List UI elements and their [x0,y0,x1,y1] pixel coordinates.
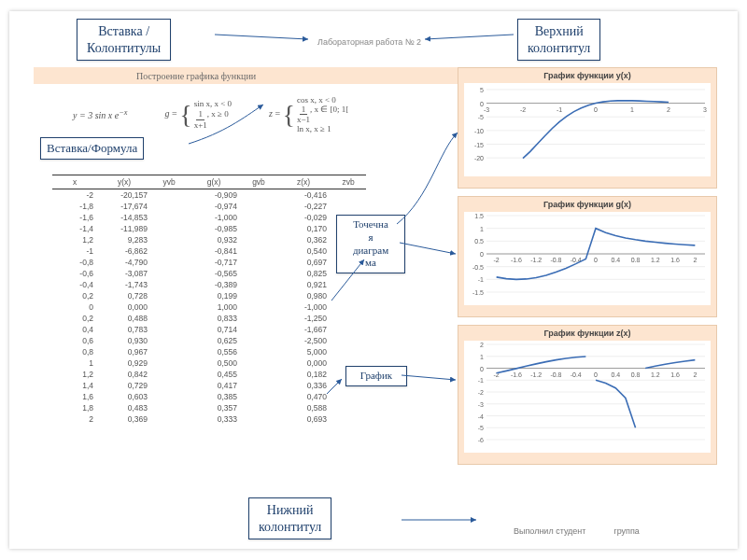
svg-text:-2: -2 [520,106,526,113]
svg-text:2: 2 [667,106,670,113]
svg-text:1.2: 1.2 [651,371,660,378]
svg-text:-1.2: -1.2 [530,257,542,263]
svg-text:0.4: 0.4 [611,257,620,263]
svg-text:-2: -2 [478,389,484,396]
svg-text:-1.2: -1.2 [530,371,542,378]
callout-scatter-text: Точечнаядиаграмма [353,218,388,268]
svg-text:0: 0 [480,251,484,258]
svg-text:0.8: 0.8 [631,371,641,378]
svg-text:-0.5: -0.5 [472,264,484,271]
svg-text:-4: -4 [478,413,484,420]
callout-chart: График [345,366,407,386]
svg-text:-0.8: -0.8 [550,257,561,263]
svg-text:0.4: 0.4 [611,371,620,378]
chart-g: -1.5-1-0.500.511.5-2-1.6-1.2-0.8-0.400.4… [464,212,711,305]
svg-text:1: 1 [480,226,484,232]
svg-text:1.6: 1.6 [670,371,680,378]
svg-text:5: 5 [480,87,484,93]
svg-text:-15: -15 [474,142,484,148]
svg-text:-3: -3 [478,401,484,408]
callout-top-header: Верхнийколонтитул [517,19,600,61]
callout-chart-text: График [360,370,392,381]
callout-bottom-header: Нижнийколонтитул [248,497,331,539]
svg-text:2: 2 [693,371,697,378]
svg-text:-20: -20 [474,155,484,161]
svg-text:-2: -2 [494,257,500,263]
svg-text:-5: -5 [478,114,484,120]
svg-text:-1: -1 [478,377,484,384]
footer-student: Выполнил студент [514,526,585,536]
chart-g-title: График функции g(x) [458,197,716,212]
formula-g: g = {sin x, x < 01x+1, x ≥ 0 [165,99,232,131]
svg-text:1: 1 [630,106,634,113]
svg-text:-1.6: -1.6 [511,371,522,378]
svg-text:0: 0 [594,106,598,113]
svg-text:0.5: 0.5 [474,238,484,245]
svg-text:-1.6: -1.6 [511,257,522,263]
chart-y-box: График функции y(x) -20-15-10-505-3-2-10… [458,67,717,189]
svg-text:1.2: 1.2 [651,257,660,263]
chart-g-box: График функции g(x) -1.5-1-0.500.511.5-2… [458,196,717,317]
svg-text:0: 0 [594,257,598,263]
callout-bottom-header-text: Нижнийколонтитул [259,503,321,534]
svg-text:-0.8: -0.8 [550,371,561,378]
svg-text:2: 2 [480,342,484,348]
footer: Выполнил студентгруппа [486,526,640,536]
chart-z-box: График функции z(x) -6-5-4-3-2-1012-2-1.… [458,325,717,465]
page-title: Построение графика функции [136,71,256,81]
svg-text:3: 3 [703,106,707,113]
svg-text:-5: -5 [478,425,484,431]
svg-text:-1: -1 [478,276,484,283]
chart-y: -20-15-10-505-3-2-10123 [464,83,711,176]
svg-text:2: 2 [693,257,697,263]
formula-y: y = 3 sin x e−x [73,108,128,120]
formula-row: y = 3 sin x e−x g = {sin x, x < 01x+1, x… [73,95,348,133]
function-table: xy(x)yvbg(x)gvbz(x)zvb -2-20,157-0,909-0… [52,175,366,425]
footer-group: группа [613,526,639,536]
lab-work-label: Лабораторная работа № 2 [317,37,421,47]
callout-scatter: Точечнаядиаграмма [336,215,405,273]
svg-text:-6: -6 [478,437,484,443]
formula-z: z = {cos x, x < 01x−1, x ∈ [0; 1[ln x, x… [269,95,348,133]
svg-text:-0.4: -0.4 [571,371,582,378]
callout-insert-headers-text: Вставка /Колонтитулы [87,24,161,55]
callout-top-header-text: Верхнийколонтитул [528,24,590,55]
svg-text:-3: -3 [484,106,489,113]
svg-text:-1.5: -1.5 [472,289,484,296]
svg-text:-1: -1 [557,106,562,113]
chart-z-title: График функции z(x) [458,326,716,341]
svg-text:0.8: 0.8 [631,257,641,263]
svg-text:0: 0 [480,366,484,372]
svg-text:1.6: 1.6 [670,257,680,263]
svg-text:0: 0 [594,371,598,378]
callout-insert-headers: Вставка /Колонтитулы [77,19,171,61]
chart-z: -6-5-4-3-2-1012-2-1.6-1.2-0.8-0.400.40.8… [464,341,711,453]
svg-text:-10: -10 [474,128,484,134]
callout-insert-formula-text: Вставка/Формула [47,141,137,155]
chart-y-title: График функции y(x) [458,68,716,83]
svg-text:1.5: 1.5 [474,213,484,219]
callout-insert-formula: Вставка/Формула [40,137,144,160]
svg-text:1: 1 [480,354,484,360]
